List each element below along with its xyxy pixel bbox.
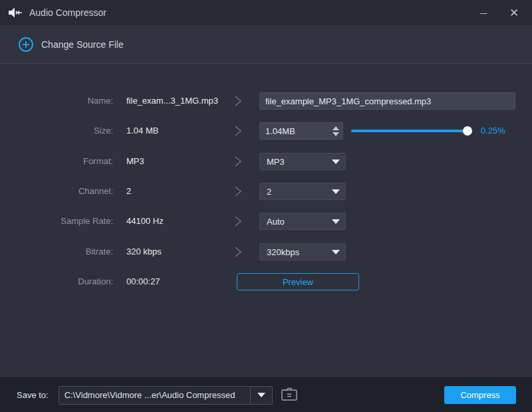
save-to-label: Save to: xyxy=(17,390,49,400)
header: Change Source File xyxy=(0,25,532,64)
bitrate-source-value: 320 kbps xyxy=(126,243,162,260)
format-source-value: MP3 xyxy=(126,153,144,170)
row-sample-rate: Sample Rate: 44100 Hz Auto xyxy=(0,213,532,230)
row-duration: Duration: 00:00:27 Preview xyxy=(0,273,532,290)
chevron-right-icon xyxy=(231,155,245,168)
compress-button[interactable]: Compress xyxy=(444,386,516,404)
audio-compressor-window: Audio Compressor ─ ✕ Change Source File … xyxy=(0,0,532,412)
row-name: Name: file_exam...3_1MG.mp3 xyxy=(0,92,532,110)
dropdown-arrow-icon xyxy=(332,159,340,164)
sample-rate-dropdown-value: Auto xyxy=(260,217,332,227)
channel-dropdown-value: 2 xyxy=(260,187,332,197)
row-bitrate: Bitrate: 320 kbps 320kbps xyxy=(0,243,532,260)
name-source-value: file_exam...3_1MG.mp3 xyxy=(126,92,218,110)
duration-label: Duration: xyxy=(0,273,113,290)
save-path-dropdown-button[interactable] xyxy=(251,387,272,404)
row-format: Format: MP3 MP3 xyxy=(0,153,532,170)
minimize-button[interactable]: ─ xyxy=(468,0,499,25)
size-spinner-arrows xyxy=(332,126,339,136)
size-spinner-value: 1.04MB xyxy=(260,126,332,136)
row-size: Size: 1.04 MB 1.04MB 0.25% xyxy=(0,122,532,140)
format-dropdown[interactable]: MP3 xyxy=(259,153,346,170)
chevron-right-icon xyxy=(231,215,245,228)
change-source-file-button[interactable]: Change Source File xyxy=(19,37,124,52)
spinner-up-icon[interactable] xyxy=(332,126,339,130)
open-folder-button[interactable] xyxy=(281,387,298,403)
titlebar: Audio Compressor ─ ✕ xyxy=(0,0,532,25)
bitrate-dropdown[interactable]: 320kbps xyxy=(259,243,346,260)
size-slider[interactable] xyxy=(351,130,472,132)
output-name-input[interactable] xyxy=(259,92,515,110)
channel-dropdown[interactable]: 2 xyxy=(259,183,346,200)
bitrate-dropdown-value: 320kbps xyxy=(260,247,332,257)
chevron-right-icon xyxy=(231,124,245,138)
plus-circle-icon xyxy=(19,37,33,52)
channel-source-value: 2 xyxy=(126,183,131,200)
footer: Save to: Compress xyxy=(0,377,532,412)
folder-icon xyxy=(281,387,298,403)
size-source-value: 1.04 MB xyxy=(126,122,158,140)
dropdown-arrow-icon xyxy=(257,393,265,397)
format-dropdown-value: MP3 xyxy=(260,157,332,167)
sample-rate-dropdown[interactable]: Auto xyxy=(259,213,346,230)
dropdown-arrow-icon xyxy=(332,250,340,255)
window-title: Audio Compressor xyxy=(29,7,106,18)
size-slider-thumb[interactable] xyxy=(463,126,472,136)
preview-button[interactable]: Preview xyxy=(237,273,359,290)
size-percent-label: 0.25% xyxy=(481,122,505,140)
row-channel: Channel: 2 2 xyxy=(0,183,532,200)
channel-label: Channel: xyxy=(0,183,113,200)
window-controls: ─ ✕ xyxy=(468,0,532,25)
chevron-right-icon xyxy=(231,245,245,258)
name-label: Name: xyxy=(0,92,113,110)
dropdown-arrow-icon xyxy=(332,189,340,194)
bitrate-label: Bitrate: xyxy=(0,243,113,260)
size-spinner[interactable]: 1.04MB xyxy=(259,122,343,140)
form-area: Name: file_exam...3_1MG.mp3 Size: 1.04 M… xyxy=(0,64,532,377)
chevron-right-icon xyxy=(231,185,245,198)
format-label: Format: xyxy=(0,153,113,170)
close-button[interactable]: ✕ xyxy=(499,0,529,25)
speaker-compress-icon xyxy=(8,7,23,19)
duration-source-value: 00:00:27 xyxy=(126,273,160,290)
spinner-down-icon[interactable] xyxy=(332,132,339,136)
sample-rate-source-value: 44100 Hz xyxy=(126,213,164,230)
dropdown-arrow-icon xyxy=(332,219,340,224)
save-path-input[interactable] xyxy=(59,390,250,400)
save-path-box xyxy=(59,386,273,405)
size-label: Size: xyxy=(0,122,113,140)
change-source-file-label: Change Source File xyxy=(41,39,124,50)
sample-rate-label: Sample Rate: xyxy=(0,213,113,230)
chevron-right-icon xyxy=(231,94,245,108)
